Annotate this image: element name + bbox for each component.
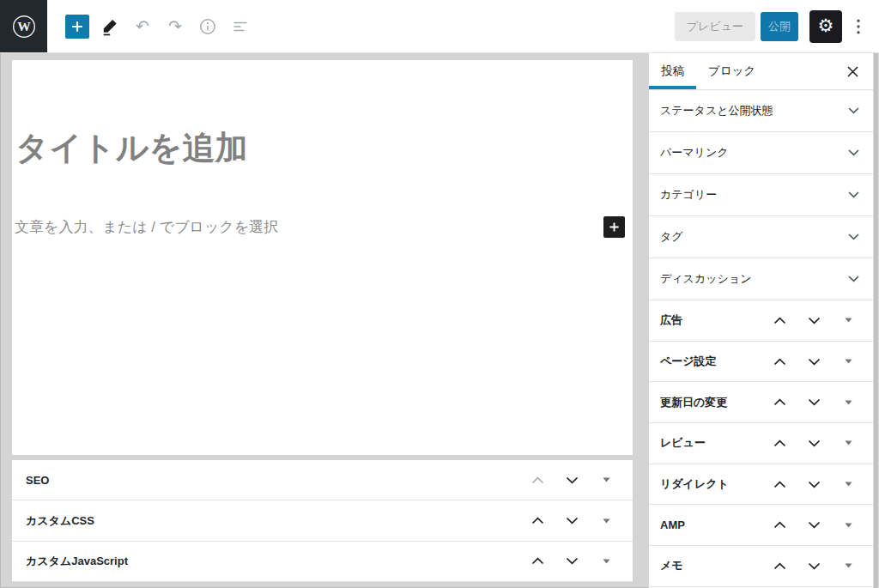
sidebar-panel-row[interactable]: パーマリンク	[649, 132, 873, 174]
more-options-button[interactable]	[850, 12, 867, 41]
sidebar-tab[interactable]: 投稿	[649, 53, 696, 89]
toggle-panel-button[interactable]	[838, 392, 858, 413]
move-down-button[interactable]	[803, 351, 824, 372]
move-up-button[interactable]	[769, 433, 790, 453]
move-up-button[interactable]	[769, 392, 790, 413]
close-icon	[847, 66, 858, 77]
wordpress-editor: W ↶ ↷	[0, 0, 879, 588]
close-sidebar-button[interactable]	[841, 60, 864, 82]
toggle-panel-button[interactable]	[596, 511, 616, 531]
sidebar-metabox-row[interactable]: AMP	[649, 505, 873, 546]
move-down-button[interactable]	[803, 310, 824, 330]
move-down-button[interactable]	[561, 470, 582, 490]
chevron-down-icon	[808, 562, 821, 570]
triangle-down-icon	[845, 440, 852, 446]
block-inserter-toggle-button[interactable]	[65, 15, 89, 39]
chevron-up-icon	[531, 557, 544, 565]
panel-label: ディスカッション	[660, 271, 751, 287]
metabox-label: ページ設定	[660, 354, 717, 369]
scrollbar-thumb[interactable]	[874, 53, 878, 588]
bottom-metabox-area: SEO	[12, 460, 633, 582]
sidebar-metabox-row[interactable]: 更新日の変更	[649, 382, 873, 423]
chevron-down-icon	[848, 107, 859, 114]
details-button[interactable]	[196, 15, 220, 39]
move-down-button[interactable]	[803, 392, 824, 413]
toggle-panel-button[interactable]	[838, 351, 858, 372]
metabox-controls	[769, 392, 858, 413]
move-down-button[interactable]	[561, 551, 582, 572]
move-up-button[interactable]	[527, 470, 548, 490]
sidebar-panel-row[interactable]: タグ	[649, 216, 873, 258]
move-down-button[interactable]	[561, 511, 582, 531]
undo-button[interactable]: ↶	[130, 15, 155, 39]
post-title-input[interactable]: タイトルを追加	[12, 129, 633, 168]
move-up-button[interactable]	[769, 474, 790, 494]
page-scrollbar[interactable]	[873, 53, 879, 588]
move-down-button[interactable]	[803, 555, 824, 576]
move-down-button[interactable]	[803, 515, 824, 536]
settings-button[interactable]: ⚙	[809, 10, 842, 43]
sidebar-panel-row[interactable]: カテゴリー	[649, 174, 873, 216]
panel-label: パーマリンク	[660, 145, 729, 161]
triangle-down-icon	[845, 563, 852, 568]
move-up-button[interactable]	[527, 511, 548, 531]
chevron-down-icon	[808, 317, 821, 324]
sidebar-tab[interactable]: ブロック	[696, 53, 767, 89]
metabox-controls	[769, 515, 858, 536]
metabox-row[interactable]: カスタムCSS	[12, 500, 633, 541]
metabox-controls	[769, 474, 858, 494]
move-down-button[interactable]	[803, 474, 824, 494]
move-down-button[interactable]	[803, 433, 824, 453]
redo-button[interactable]: ↷	[163, 15, 187, 39]
toggle-panel-button[interactable]	[838, 474, 858, 494]
toggle-panel-button[interactable]	[838, 433, 858, 453]
toggle-panel-button[interactable]	[838, 555, 858, 576]
metabox-controls	[527, 511, 616, 531]
move-up-button[interactable]	[769, 310, 790, 330]
metabox-row[interactable]: カスタムJavaScript	[12, 542, 633, 582]
publish-button[interactable]: 公開	[761, 12, 798, 41]
metabox-label: リダイレクト	[660, 476, 729, 492]
metabox-label: カスタムJavaScript	[26, 554, 128, 569]
editor-header: W ↶ ↷	[0, 0, 879, 53]
sidebar-metabox-row[interactable]: リダイレクト	[649, 464, 873, 506]
plus-icon	[608, 221, 621, 233]
tools-button[interactable]	[98, 15, 122, 39]
move-up-button[interactable]	[769, 515, 790, 536]
metabox-controls	[769, 310, 858, 330]
panel-label: ステータスと公開状態	[660, 103, 773, 118]
sidebar-panel-row[interactable]: ディスカッション	[649, 258, 873, 300]
list-view-button[interactable]	[228, 15, 252, 39]
sidebar-metabox-row[interactable]: レビュー	[649, 423, 873, 464]
toggle-panel-button[interactable]	[596, 470, 616, 490]
chevron-down-icon	[848, 276, 859, 282]
list-view-icon	[230, 16, 251, 37]
chevron-down-icon	[566, 517, 579, 524]
sidebar-metabox-row[interactable]: メモ	[649, 546, 873, 587]
chevron-up-icon	[773, 398, 786, 406]
paragraph-input[interactable]: 文章を入力、または / でブロックを選択	[15, 217, 603, 237]
toggle-panel-button[interactable]	[838, 310, 858, 330]
chevron-down-icon	[848, 233, 859, 240]
metabox-label: メモ	[660, 558, 683, 573]
sidebar-metabox-row[interactable]: 広告	[649, 300, 873, 342]
toggle-panel-button[interactable]	[838, 515, 858, 536]
move-up-button[interactable]	[527, 551, 548, 572]
triangle-down-icon	[845, 318, 852, 323]
metabox-controls	[527, 470, 616, 490]
toggle-panel-button[interactable]	[596, 551, 616, 572]
sidebar-panel-row[interactable]: ステータスと公開状態	[649, 90, 873, 132]
wordpress-logo[interactable]: W	[0, 0, 47, 52]
move-up-button[interactable]	[769, 351, 790, 372]
metabox-label: SEO	[26, 474, 49, 487]
metabox-controls	[769, 555, 858, 576]
sidebar-metabox-row[interactable]: ページ設定	[649, 342, 873, 383]
chevron-down-icon	[848, 191, 859, 198]
metabox-row[interactable]: SEO	[12, 460, 633, 500]
move-up-button[interactable]	[769, 555, 790, 576]
add-block-button[interactable]	[603, 216, 625, 238]
undo-icon: ↶	[136, 18, 149, 34]
chevron-up-icon	[773, 562, 786, 570]
preview-button[interactable]: プレビュー	[675, 12, 755, 41]
chevron-down-icon	[808, 481, 821, 488]
